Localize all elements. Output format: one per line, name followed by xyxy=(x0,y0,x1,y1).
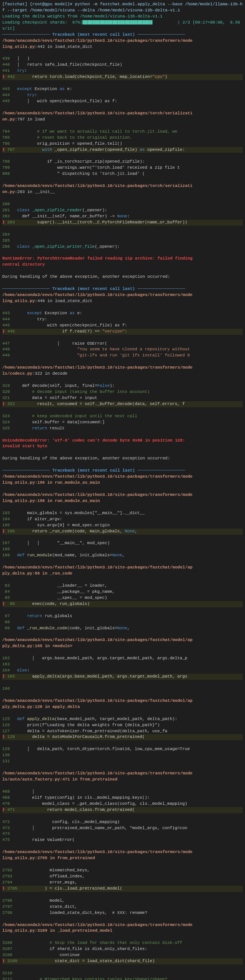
line-286: 286 xyxy=(2,244,12,249)
line-448: 448 xyxy=(2,347,12,352)
line-444b: 444 xyxy=(2,317,12,321)
terminal-output: [fastchat] {root@gpu model}# python -m f… xyxy=(0,0,245,980)
line-443: 443 xyxy=(2,87,12,91)
line-3107: 3107 xyxy=(2,947,14,951)
line-131: 131 xyxy=(2,759,12,764)
line-324: 324 xyxy=(2,420,12,425)
highlight-797: ❱ 797 with _open_zipfile_reader(opened_f… xyxy=(2,147,243,153)
line-126: 126 xyxy=(2,723,12,727)
line-198: 198 xyxy=(2,547,12,551)
loading-delta-info: Loading the delta weights from /home/mod… xyxy=(2,14,162,19)
traceback-path-5: /home/anaconda3/envs/fastchat/lib/python… xyxy=(2,365,193,376)
line-441: 441 xyxy=(2,68,12,73)
line-84: 84 xyxy=(2,589,12,594)
line-2797: 2797 xyxy=(2,904,14,909)
line-83: 83 xyxy=(2,583,12,588)
traceback-header-2: ─────────────────── Traceback (most rece… xyxy=(2,286,185,291)
highlight-283: ❱ 283 super().__init__(torch._C.PyTorchF… xyxy=(2,220,243,226)
line-319: 319 xyxy=(2,383,12,388)
terminal-content: [fastchat] {root@gpu model}# python -m f… xyxy=(2,2,243,980)
line-473: 473 xyxy=(2,826,12,830)
line-3106: 3106 xyxy=(2,940,14,945)
line-325: 325 xyxy=(2,426,12,431)
traceback-path-12: /home/anaconda3/envs/fastchat/lib/python… xyxy=(2,923,193,933)
line-795: 795 xyxy=(2,135,12,140)
traceback-path-11: /home/anaconda3/envs/fastchat/lib/python… xyxy=(2,850,193,860)
line-472: 472 xyxy=(2,819,12,824)
highlight-128: ❱ 128 delta = AutoModelForCausalLM.from_… xyxy=(2,734,243,740)
traceback-path-1: /home/anaconda3/envs/fastchat/lib/python… xyxy=(2,38,193,49)
line-796: 796 xyxy=(2,142,12,146)
line-440: 440 xyxy=(2,62,12,67)
line-3111: 3111 xyxy=(2,977,14,980)
traceback-path-6b: /home/anaconda3/envs/fastchat/lib/python… xyxy=(2,492,193,503)
highlight-3109: ❱ 3109 state_dict = load_state_dict(shar… xyxy=(2,958,243,964)
command-line: [fastchat] {root@gpu model}# python -m f… xyxy=(2,2,243,13)
highlight-196: ❱ 196 return _run_code(code, main_global… xyxy=(2,528,243,535)
line-2796: 2796 xyxy=(2,898,14,903)
line-447: 447 xyxy=(2,341,12,346)
exception-1: RuntimeError: PyTorchStreamReader failed… xyxy=(2,256,193,267)
line-197: 197 xyxy=(2,541,12,545)
traceback-path-10: /home/anaconda3/envs/fastchat/lib/python… xyxy=(2,771,193,782)
line-85: 85 xyxy=(2,595,12,600)
handling-note-2: During handling of the above exception, … xyxy=(2,456,170,461)
line-127: 127 xyxy=(2,729,12,733)
traceback-header-3: ─────────────────── Traceback (most rece… xyxy=(2,468,185,473)
highlight-86: ❱ 86 exec(code, run_globals) xyxy=(2,601,243,607)
traceback-path-9: /home/anaconda3/envs/fastchat/lib/python… xyxy=(2,698,193,709)
line-282: 282 xyxy=(2,214,12,218)
line-794: 794 xyxy=(2,129,12,134)
highlight-165: ❱ 165 apply_delta(args.base_model_path, … xyxy=(2,674,243,680)
line-2793: 2793 xyxy=(2,874,14,878)
line-3110: 3110 xyxy=(2,971,14,975)
line-199: 199 xyxy=(2,553,12,557)
line-193: 193 xyxy=(2,511,12,515)
line-166: 166 xyxy=(2,686,12,691)
line-284: 284 xyxy=(2,232,12,237)
line-445b: 445 xyxy=(2,323,12,328)
line-3108: 3108 xyxy=(2,953,14,957)
traceback-header-1: ─────────────────── Traceback (most rece… xyxy=(2,32,185,37)
handling-note-1: During handling of the above exception, … xyxy=(2,274,170,279)
line-800: 800 xyxy=(2,171,12,176)
line-474: 474 xyxy=(2,831,12,836)
line-798: 798 xyxy=(2,159,12,164)
line-439: 439 xyxy=(2,56,12,61)
line-163: 163 xyxy=(2,662,12,667)
line-281: 281 xyxy=(2,208,12,212)
line-125: 125 xyxy=(2,717,12,721)
line-320: 320 xyxy=(2,390,12,394)
highlight-2795: ❱ 2795 ) = cls._load_pretrained_model( xyxy=(2,886,243,892)
line-475: 475 xyxy=(2,837,12,842)
line-449: 449 xyxy=(2,353,12,358)
traceback-path-7: /home/anaconda3/envs/fastchat/lib/python… xyxy=(2,565,193,576)
line-280: 280 xyxy=(2,202,12,206)
line-195: 195 xyxy=(2,523,12,527)
line-469: 469 xyxy=(2,795,12,800)
line-2792: 2792 xyxy=(2,868,14,872)
line-164: 164 xyxy=(2,668,12,673)
highlight-446: ❱ 446 if f.read(7) == "version": xyxy=(2,329,243,335)
line-87: 87 xyxy=(2,614,12,618)
line-2794: 2794 xyxy=(2,880,14,885)
exception-2: UnicodeDecodeError: 'utf-8' codec can't … xyxy=(2,438,185,449)
highlight-471: ❱ 471 return model_class.from_pretrained… xyxy=(2,807,243,813)
line-162: 162 xyxy=(2,656,12,660)
line-799: 799 xyxy=(2,165,12,170)
traceback-path-6: /home/anaconda3/envs/fastchat/lib/python… xyxy=(2,474,193,485)
line-468: 468 xyxy=(2,789,12,794)
line-321: 321 xyxy=(2,396,12,400)
highlight-322: ❱ 322 result, consumed = self._buffer_de… xyxy=(2,401,243,407)
line-130: 130 xyxy=(2,753,12,757)
line-2798: 2798 xyxy=(2,910,14,915)
line-285: 285 xyxy=(2,238,12,243)
line-323: 323 xyxy=(2,414,12,418)
traceback-path-8: /home/anaconda3/envs/fastchat/lib/python… xyxy=(2,638,193,648)
line-129: 129 xyxy=(2,747,12,751)
line-445: 445 xyxy=(2,99,12,103)
line-89: 89 xyxy=(2,626,12,630)
line-443b: 443 xyxy=(2,311,12,315)
line-88: 88 xyxy=(2,620,12,624)
line-470: 470 xyxy=(2,802,12,806)
